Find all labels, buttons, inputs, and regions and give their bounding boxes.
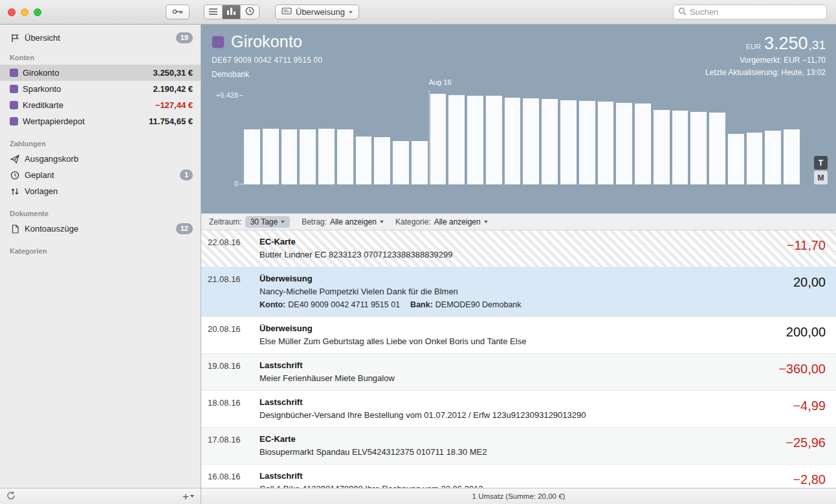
close-window-button[interactable] xyxy=(8,8,16,16)
account-label: Girokonto xyxy=(23,68,149,78)
sidebar-item-ausgangskorb[interactable]: Ausgangskorb xyxy=(0,151,201,167)
transaction-detail-value: DEMODE90 Demobank xyxy=(435,300,522,309)
account-color-icon xyxy=(212,36,225,49)
transaction-row[interactable]: 17.08.16EC-KarteBiosupermarkt Spandau EL… xyxy=(201,428,836,465)
sidebar-account-kreditkarte[interactable]: Kreditkarte−127,44 € xyxy=(0,97,201,113)
chart-annotation-line xyxy=(429,90,430,184)
chart-bar-fill xyxy=(523,98,539,184)
chevron-down-icon xyxy=(484,221,488,223)
chart-bar-fill xyxy=(765,131,781,184)
bar-chart-icon xyxy=(227,7,236,17)
filter-category-label: Kategorie: xyxy=(395,217,431,226)
add-account-button[interactable]: + xyxy=(182,491,194,502)
account-label: Kreditkarte xyxy=(23,100,151,110)
chart-bar xyxy=(356,87,372,184)
transaction-description: Butter Lindner EC 8233123 07071233883888… xyxy=(259,250,774,259)
account-balance: −127,44 € xyxy=(155,100,193,110)
chevron-down-icon xyxy=(281,221,285,223)
filter-period-value: 30 Tage xyxy=(250,217,278,226)
clock-icon xyxy=(10,171,20,180)
transaction-details: Konto:DE40 9009 0042 4711 9515 01Bank:DE… xyxy=(259,300,780,309)
sidebar: Übersicht 19 Konten Girokonto3.250,31 €S… xyxy=(0,25,201,488)
sidebar-item-vorlagen[interactable]: Vorlagen xyxy=(0,183,201,199)
filter-category-dropdown[interactable]: Alle anzeigen xyxy=(434,217,488,226)
transaction-detail-pair: Konto:DE40 9009 0042 4711 9515 01 xyxy=(259,300,400,309)
chart-bar-fill xyxy=(393,141,409,184)
chart-scale-day-button[interactable]: T xyxy=(814,156,828,170)
transaction-row[interactable]: 21.08.16ÜberweisungNancy-Michelle Pompet… xyxy=(201,267,836,317)
sidebar-item-geplant[interactable]: Geplant1 xyxy=(0,167,201,183)
chart-bar-fill xyxy=(430,94,446,184)
transaction-row[interactable]: 19.08.16LastschriftMeier Ferienhäuser Mi… xyxy=(201,354,836,391)
pending-amount: Vorgemerkt: EUR −11,70 xyxy=(705,56,826,65)
search-input[interactable] xyxy=(690,7,822,17)
chart-bar-fill xyxy=(654,110,670,184)
toolbar: Überweisung xyxy=(0,0,836,25)
transaction-date: 19.08.16 xyxy=(208,360,259,371)
chart-bar-fill xyxy=(542,99,558,184)
transaction-detail-label: Konto: xyxy=(259,300,285,309)
refresh-icon xyxy=(6,491,16,502)
filter-amount-dropdown[interactable]: Alle anzeigen xyxy=(330,217,384,226)
chart-bar xyxy=(412,87,428,184)
transaction-main: ÜberweisungNancy-Michelle Pompetzki Viel… xyxy=(259,274,793,309)
chart-bar xyxy=(765,87,781,184)
transaction-row[interactable]: 18.08.16LastschriftDesignbücher-Versand … xyxy=(201,391,836,428)
account-header: Girokonto DE67 9009 0042 4711 9515 00 De… xyxy=(201,25,836,214)
transaction-date: 21.08.16 xyxy=(208,274,259,284)
chart-bar-fill xyxy=(448,95,465,184)
transaction-detail-value: DE40 9009 0042 4711 9515 01 xyxy=(288,300,400,309)
chart-bar-fill xyxy=(318,129,335,184)
sidebar-account-sparkonto[interactable]: Sparkonto2.190,42 € xyxy=(0,81,201,97)
summary-text-container: 1 Umsatz (Summe: 20,00 €) xyxy=(201,488,836,504)
chart-bar xyxy=(709,87,725,184)
chart-y-zero-tick xyxy=(239,184,243,184)
chart-bar xyxy=(672,87,688,184)
chart-bar-fill xyxy=(560,100,577,184)
transaction-detail-pair: Bank:DEMODE90 Demobank xyxy=(410,300,521,309)
chart-bar-fill xyxy=(505,98,521,184)
chart-scale-month-button[interactable]: M xyxy=(814,171,828,184)
transaction-row[interactable]: 22.08.16EC-KarteButter Lindner EC 823312… xyxy=(201,230,836,267)
balance-block: EUR 3.250 ,31 Vorgemerkt: EUR −11,70 Let… xyxy=(705,34,826,79)
sidebar-item-kontoauszüge[interactable]: Kontoauszüge12 xyxy=(0,221,201,237)
transaction-amount: −25,96 xyxy=(786,435,826,450)
sidebar-item-badge: 1 xyxy=(180,170,193,180)
lock-button[interactable] xyxy=(166,5,190,19)
overview-icon xyxy=(10,34,20,43)
minimize-window-button[interactable] xyxy=(21,8,28,16)
chart-scale-toggle: T M xyxy=(814,156,828,184)
refresh-button[interactable] xyxy=(6,491,16,502)
sidebar-account-girokonto[interactable]: Girokonto3.250,31 € xyxy=(0,65,201,81)
chart-bar-fill xyxy=(728,134,744,184)
chart-y-max-label: +5.428 xyxy=(216,91,238,99)
view-list-button[interactable] xyxy=(204,5,223,19)
chart-bar xyxy=(690,87,707,184)
documents-list: Kontoauszüge12 xyxy=(0,221,201,237)
sidebar-account-wertpapierdepot[interactable]: Wertpapierdepot11.754,65 € xyxy=(0,113,201,129)
transaction-row[interactable]: 16.08.16LastschriftCall A Bike 413298147… xyxy=(201,465,836,488)
chart-bar xyxy=(560,87,577,184)
account-balance: 11.754,65 € xyxy=(149,116,193,126)
transaction-amount: 20,00 xyxy=(793,275,826,290)
transaction-list: 22.08.16EC-KarteButter Lindner EC 823312… xyxy=(201,230,836,488)
chart-bar-fill xyxy=(337,129,353,184)
account-iban: DE67 9009 0042 4711 9515 00 xyxy=(212,56,322,65)
chart-bar: Aug 16 xyxy=(430,87,446,184)
view-history-button[interactable] xyxy=(241,5,259,19)
filter-period-dropdown[interactable]: 30 Tage xyxy=(245,216,291,228)
sidebar-item-overview[interactable]: Übersicht 19 xyxy=(0,30,201,46)
view-chart-button[interactable] xyxy=(223,5,241,19)
page-title: Girokonto xyxy=(231,32,302,51)
transfer-button[interactable]: Überweisung xyxy=(275,5,359,19)
search-field[interactable] xyxy=(673,5,827,19)
transaction-description: Meier Ferienhäuser Miete Bungalow xyxy=(259,373,765,383)
transaction-main: EC-KarteBiosupermarkt Spandau ELV5424312… xyxy=(259,434,786,457)
fullscreen-window-button[interactable] xyxy=(34,8,41,16)
transaction-description: Biosupermarkt Spandau ELV5424312375 0107… xyxy=(259,447,773,457)
chart-bar-fill xyxy=(616,103,632,184)
transaction-type: Lastschrift xyxy=(259,471,780,481)
chart-bar xyxy=(486,87,502,184)
transaction-detail-label: Bank: xyxy=(410,300,433,309)
transaction-row[interactable]: 20.08.16ÜberweisungElse Müller Zum Gebur… xyxy=(201,317,836,354)
